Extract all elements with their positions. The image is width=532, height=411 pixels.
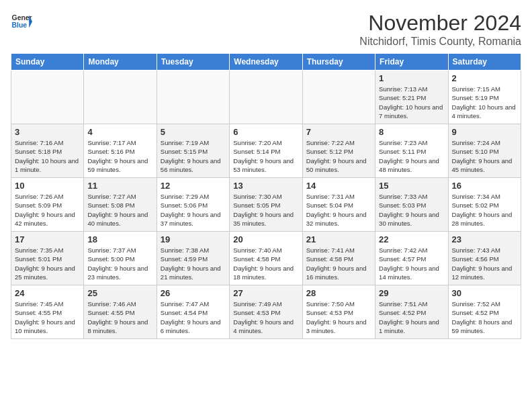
day-info: Sunrise: 7:13 AM Sunset: 5:21 PM Dayligh… [379, 85, 444, 120]
header-day-thursday: Thursday [302, 54, 375, 71]
day-number: 15 [379, 181, 444, 191]
svg-text:Blue: Blue [12, 21, 28, 29]
calendar-cell: 9Sunrise: 7:24 AM Sunset: 5:10 PM Daylig… [448, 124, 521, 178]
day-number: 6 [233, 127, 298, 137]
title-area: November 2024 Nitchidorf, Timis County, … [359, 11, 521, 48]
calendar-cell: 30Sunrise: 7:52 AM Sunset: 4:52 PM Dayli… [448, 285, 521, 339]
day-number: 25 [87, 288, 152, 298]
calendar-cell: 17Sunrise: 7:35 AM Sunset: 5:01 PM Dayli… [11, 232, 84, 285]
header-day-monday: Monday [84, 54, 157, 71]
day-info: Sunrise: 7:30 AM Sunset: 5:05 PM Dayligh… [233, 192, 298, 228]
calendar-cell: 23Sunrise: 7:43 AM Sunset: 4:56 PM Dayli… [448, 232, 521, 285]
calendar-cell [302, 71, 375, 124]
day-number: 11 [87, 181, 152, 191]
calendar-cell: 14Sunrise: 7:31 AM Sunset: 5:04 PM Dayli… [302, 178, 375, 232]
location-title: Nitchidorf, Timis County, Romania [359, 36, 521, 48]
day-number: 17 [15, 234, 80, 244]
day-info: Sunrise: 7:19 AM Sunset: 5:15 PM Dayligh… [161, 138, 226, 174]
day-info: Sunrise: 7:40 AM Sunset: 4:58 PM Dayligh… [233, 246, 298, 281]
calendar-cell: 27Sunrise: 7:49 AM Sunset: 4:53 PM Dayli… [230, 285, 302, 339]
calendar-cell: 21Sunrise: 7:41 AM Sunset: 4:58 PM Dayli… [302, 232, 375, 285]
header-day-wednesday: Wednesday [230, 54, 302, 71]
day-info: Sunrise: 7:33 AM Sunset: 5:03 PM Dayligh… [379, 192, 444, 228]
day-number: 13 [233, 181, 298, 191]
calendar-week-5: 24Sunrise: 7:45 AM Sunset: 4:55 PM Dayli… [11, 285, 521, 339]
calendar-cell: 20Sunrise: 7:40 AM Sunset: 4:58 PM Dayli… [230, 232, 302, 285]
calendar-cell: 2Sunrise: 7:15 AM Sunset: 5:19 PM Daylig… [448, 71, 521, 124]
day-info: Sunrise: 7:15 AM Sunset: 5:19 PM Dayligh… [452, 85, 517, 120]
calendar-cell [230, 71, 302, 124]
calendar-cell: 7Sunrise: 7:22 AM Sunset: 5:12 PM Daylig… [302, 124, 375, 178]
day-info: Sunrise: 7:27 AM Sunset: 5:08 PM Dayligh… [87, 192, 152, 228]
header-day-tuesday: Tuesday [157, 54, 229, 71]
calendar-cell: 13Sunrise: 7:30 AM Sunset: 5:05 PM Dayli… [230, 178, 302, 232]
calendar-cell: 28Sunrise: 7:50 AM Sunset: 4:53 PM Dayli… [302, 285, 375, 339]
logo-icon: General Blue [11, 11, 32, 32]
day-number: 2 [452, 73, 517, 83]
calendar-week-2: 3Sunrise: 7:16 AM Sunset: 5:18 PM Daylig… [11, 124, 521, 178]
day-number: 7 [306, 127, 371, 137]
day-info: Sunrise: 7:41 AM Sunset: 4:58 PM Dayligh… [306, 246, 371, 281]
calendar-week-4: 17Sunrise: 7:35 AM Sunset: 5:01 PM Dayli… [11, 232, 521, 285]
day-info: Sunrise: 7:46 AM Sunset: 4:55 PM Dayligh… [87, 300, 152, 335]
calendar-cell: 5Sunrise: 7:19 AM Sunset: 5:15 PM Daylig… [157, 124, 229, 178]
day-info: Sunrise: 7:50 AM Sunset: 4:53 PM Dayligh… [306, 300, 371, 335]
day-info: Sunrise: 7:34 AM Sunset: 5:02 PM Dayligh… [452, 192, 517, 228]
calendar-table: SundayMondayTuesdayWednesdayThursdayFrid… [11, 53, 521, 339]
day-info: Sunrise: 7:35 AM Sunset: 5:01 PM Dayligh… [15, 246, 80, 281]
day-number: 1 [379, 73, 444, 83]
calendar-cell [11, 71, 84, 124]
day-number: 19 [161, 234, 226, 244]
day-info: Sunrise: 7:43 AM Sunset: 4:56 PM Dayligh… [452, 246, 517, 281]
calendar-cell: 3Sunrise: 7:16 AM Sunset: 5:18 PM Daylig… [11, 124, 84, 178]
day-info: Sunrise: 7:24 AM Sunset: 5:10 PM Dayligh… [452, 138, 517, 174]
day-info: Sunrise: 7:42 AM Sunset: 4:57 PM Dayligh… [379, 246, 444, 281]
calendar-week-3: 10Sunrise: 7:26 AM Sunset: 5:09 PM Dayli… [11, 178, 521, 232]
day-info: Sunrise: 7:16 AM Sunset: 5:18 PM Dayligh… [15, 138, 80, 174]
calendar-header-row: SundayMondayTuesdayWednesdayThursdayFrid… [11, 54, 521, 71]
day-number: 18 [87, 234, 152, 244]
header-day-sunday: Sunday [11, 54, 84, 71]
day-number: 4 [87, 127, 152, 137]
calendar-cell: 4Sunrise: 7:17 AM Sunset: 5:16 PM Daylig… [84, 124, 157, 178]
header-day-saturday: Saturday [448, 54, 521, 71]
day-number: 23 [452, 234, 517, 244]
day-number: 24 [15, 288, 80, 298]
calendar-cell [84, 71, 157, 124]
logo: General Blue [11, 11, 32, 32]
day-number: 20 [233, 234, 298, 244]
header-day-friday: Friday [375, 54, 448, 71]
day-number: 27 [233, 288, 298, 298]
day-number: 14 [306, 181, 371, 191]
calendar-cell: 19Sunrise: 7:38 AM Sunset: 4:59 PM Dayli… [157, 232, 229, 285]
calendar-cell: 22Sunrise: 7:42 AM Sunset: 4:57 PM Dayli… [375, 232, 448, 285]
calendar-cell: 24Sunrise: 7:45 AM Sunset: 4:55 PM Dayli… [11, 285, 84, 339]
day-info: Sunrise: 7:23 AM Sunset: 5:11 PM Dayligh… [379, 138, 444, 174]
day-number: 30 [452, 288, 517, 298]
calendar-cell: 1Sunrise: 7:13 AM Sunset: 5:21 PM Daylig… [375, 71, 448, 124]
calendar-cell: 10Sunrise: 7:26 AM Sunset: 5:09 PM Dayli… [11, 178, 84, 232]
calendar-cell: 8Sunrise: 7:23 AM Sunset: 5:11 PM Daylig… [375, 124, 448, 178]
day-info: Sunrise: 7:29 AM Sunset: 5:06 PM Dayligh… [161, 192, 226, 228]
calendar-cell: 29Sunrise: 7:51 AM Sunset: 4:52 PM Dayli… [375, 285, 448, 339]
day-info: Sunrise: 7:51 AM Sunset: 4:52 PM Dayligh… [379, 300, 444, 335]
day-number: 29 [379, 288, 444, 298]
day-number: 21 [306, 234, 371, 244]
day-number: 16 [452, 181, 517, 191]
calendar-cell [157, 71, 229, 124]
day-info: Sunrise: 7:20 AM Sunset: 5:14 PM Dayligh… [233, 138, 298, 174]
day-info: Sunrise: 7:37 AM Sunset: 5:00 PM Dayligh… [87, 246, 152, 281]
calendar-cell: 18Sunrise: 7:37 AM Sunset: 5:00 PM Dayli… [84, 232, 157, 285]
calendar-week-1: 1Sunrise: 7:13 AM Sunset: 5:21 PM Daylig… [11, 71, 521, 124]
day-info: Sunrise: 7:49 AM Sunset: 4:53 PM Dayligh… [233, 300, 298, 335]
day-info: Sunrise: 7:17 AM Sunset: 5:16 PM Dayligh… [87, 138, 152, 174]
calendar-cell: 6Sunrise: 7:20 AM Sunset: 5:14 PM Daylig… [230, 124, 302, 178]
calendar-cell: 15Sunrise: 7:33 AM Sunset: 5:03 PM Dayli… [375, 178, 448, 232]
day-number: 12 [161, 181, 226, 191]
calendar-cell: 25Sunrise: 7:46 AM Sunset: 4:55 PM Dayli… [84, 285, 157, 339]
month-title: November 2024 [359, 11, 521, 36]
calendar-cell: 26Sunrise: 7:47 AM Sunset: 4:54 PM Dayli… [157, 285, 229, 339]
day-info: Sunrise: 7:52 AM Sunset: 4:52 PM Dayligh… [452, 300, 517, 335]
day-info: Sunrise: 7:26 AM Sunset: 5:09 PM Dayligh… [15, 192, 80, 228]
calendar-cell: 11Sunrise: 7:27 AM Sunset: 5:08 PM Dayli… [84, 178, 157, 232]
